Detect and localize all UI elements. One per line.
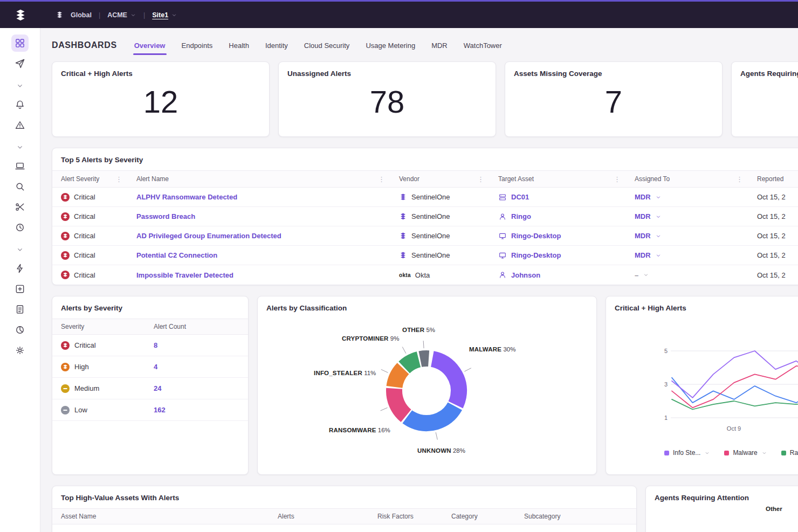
sidebar-item[interactable] — [11, 34, 29, 52]
alert-name-link[interactable]: ALPHV Ransomware Detected — [136, 193, 237, 201]
legend-item[interactable]: Malware — [724, 449, 767, 457]
alert-name-link[interactable]: Impossible Traveler Detected — [136, 271, 233, 279]
assigned-to-value[interactable]: MDR — [635, 212, 651, 220]
line-series-info-stealer[interactable] — [672, 351, 798, 398]
sidebar-item[interactable] — [11, 301, 29, 318]
alert-count-link[interactable]: 4 — [154, 363, 157, 371]
column-header: Reported⋮ — [748, 171, 798, 187]
column-label: Reported — [757, 175, 783, 183]
stat-card[interactable]: Unassigned Alerts78 — [278, 61, 496, 137]
sidebar-item[interactable] — [11, 244, 29, 255]
alert-name-link[interactable]: Password Breach — [136, 212, 195, 220]
table-row: High4 — [52, 356, 248, 378]
assigned-to-value[interactable]: MDR — [635, 251, 651, 259]
column-label: Assigned To — [635, 175, 670, 183]
chevron-down-icon — [761, 450, 767, 456]
column-header: Asset Name — [52, 513, 269, 520]
chevron-down-icon[interactable] — [655, 233, 662, 239]
tab-health[interactable]: Health — [228, 42, 250, 55]
stat-title: Unassigned Alerts — [287, 70, 487, 78]
assigned-to-cell: – — [626, 271, 748, 279]
chevron-down-icon[interactable] — [643, 272, 649, 278]
reported-cell: Oct 15, 2 — [748, 232, 798, 240]
content: DASHBOARDS OverviewEndpointsHealthIdenti… — [40, 28, 798, 532]
sidebar-item[interactable] — [11, 178, 29, 195]
legend-label: Ransomware — [790, 449, 798, 457]
severity-label: Critical — [74, 212, 95, 220]
vendor-cell: SentinelOne — [390, 232, 490, 240]
vendor-cell: oktaOkta — [390, 271, 490, 279]
assigned-to-value[interactable]: – — [635, 271, 638, 279]
sidebar-item[interactable] — [11, 80, 29, 91]
card-title: Top High-Value Assets With Alerts — [52, 494, 636, 508]
legend-item[interactable]: Info Ste... — [664, 449, 710, 457]
sidebar-item[interactable] — [11, 321, 29, 338]
severity-label: Critical — [74, 271, 95, 279]
breadcrumb-account[interactable]: ACME — [107, 11, 136, 19]
sidebar-item[interactable] — [11, 55, 29, 72]
chevron-down-icon[interactable] — [704, 450, 710, 456]
breadcrumb-site[interactable]: Site1 — [152, 11, 177, 19]
column-menu-icon[interactable]: ⋮ — [614, 175, 621, 183]
chevron-down-icon[interactable] — [655, 194, 662, 201]
assigned-to-value[interactable]: MDR — [635, 193, 651, 201]
asset-link[interactable]: Ringo — [511, 212, 531, 220]
alert-count-link[interactable]: 8 — [154, 341, 157, 349]
asset-link[interactable]: DC01 — [511, 193, 529, 201]
table-row: Low162 — [52, 399, 248, 421]
stat-card[interactable]: Assets Missing Coverage7 — [505, 61, 723, 137]
column-menu-icon[interactable]: ⋮ — [378, 175, 385, 183]
asset-link[interactable]: Ringo-Desktop — [511, 232, 561, 240]
donut-leader-line — [436, 432, 437, 440]
bottom-row: Top High-Value Assets With Alerts Asset … — [52, 486, 798, 532]
severity-cell: Critical — [52, 341, 145, 350]
tab-mdr[interactable]: MDR — [430, 42, 449, 55]
stat-card[interactable]: Critical + High Alerts12 — [52, 61, 270, 137]
donut-label: INFO_STEALER 11% — [314, 370, 376, 376]
main-area: DASHBOARDS OverviewEndpointsHealthIdenti… — [40, 28, 798, 532]
chevron-down-icon — [655, 194, 662, 201]
severity-label: Critical — [74, 341, 96, 349]
tab-overview[interactable]: Overview — [133, 42, 167, 55]
sidebar-item[interactable] — [11, 342, 29, 359]
chevron-down-icon[interactable] — [655, 252, 662, 259]
column-menu-icon[interactable]: ⋮ — [736, 175, 743, 183]
tab-watchtower[interactable]: WatchTower — [463, 42, 503, 55]
stat-value: 12 — [52, 84, 269, 120]
alert-count-link[interactable]: 24 — [154, 384, 161, 392]
sidebar-item[interactable] — [11, 116, 29, 134]
tab-cloud-security[interactable]: Cloud Security — [303, 42, 351, 55]
breadcrumb-global[interactable]: Global — [71, 11, 92, 19]
layers-icon — [13, 8, 27, 22]
alert-name-link[interactable]: Potential C2 Connection — [136, 251, 217, 259]
column-header: Vendor⋮ — [390, 171, 490, 187]
alert-name-cell: Impossible Traveler Detected — [128, 271, 390, 279]
asset-link[interactable]: Ringo-Desktop — [511, 251, 561, 259]
alert-name-link[interactable]: AD Privileged Group Enumeration Detected — [136, 232, 281, 240]
stat-card[interactable]: Agents Requiring Attention — [731, 61, 798, 137]
sidebar-item[interactable] — [11, 280, 29, 298]
column-header: Target Asset⋮ — [490, 171, 626, 187]
chevron-down-icon — [643, 272, 649, 278]
sidebar-item[interactable] — [11, 96, 29, 113]
legend-label: Malware — [733, 449, 757, 457]
sidebar-item[interactable] — [11, 198, 29, 216]
tab-usage-metering[interactable]: Usage Metering — [364, 42, 416, 55]
sidebar-item[interactable] — [11, 219, 29, 236]
sentinelone-logo-icon[interactable] — [0, 8, 40, 22]
chevron-down-icon[interactable] — [655, 213, 662, 220]
chevron-down-icon[interactable] — [761, 450, 767, 456]
sidebar-item[interactable] — [11, 157, 29, 175]
column-menu-icon[interactable]: ⋮ — [115, 175, 122, 183]
legend-item[interactable]: Ransomware — [781, 449, 798, 457]
sidebar-item[interactable] — [11, 142, 29, 153]
asset-link[interactable]: Johnson — [511, 271, 540, 279]
alert-count-link[interactable]: 162 — [154, 406, 166, 414]
column-menu-icon[interactable]: ⋮ — [477, 175, 484, 183]
tab-identity[interactable]: Identity — [264, 42, 289, 55]
tab-endpoints[interactable]: Endpoints — [181, 42, 214, 55]
sidebar-item[interactable] — [11, 260, 29, 277]
legend-swatch — [664, 451, 669, 455]
assigned-to-value[interactable]: MDR — [635, 232, 651, 240]
user-icon — [498, 271, 507, 279]
